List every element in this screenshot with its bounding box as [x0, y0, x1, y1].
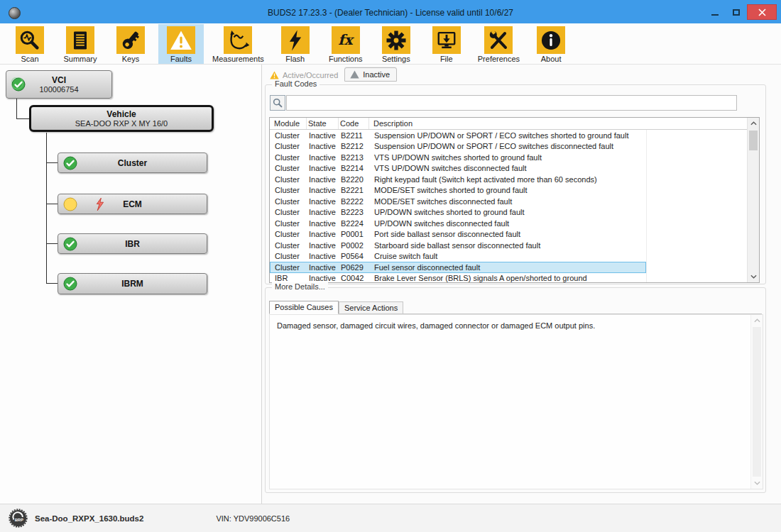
tree-connector	[46, 133, 47, 284]
table-row[interactable]: Cluster Inactive B2221 MODE/SET switches…	[270, 185, 747, 196]
table-row[interactable]: IBR Inactive C0042 Brake Lever Sensor (B…	[270, 273, 747, 283]
svg-text:BRP: BRP	[15, 518, 23, 522]
svg-text:fx: fx	[338, 31, 355, 48]
status-ok-icon	[63, 237, 77, 251]
minimize-button[interactable]	[704, 4, 726, 20]
toolbar-button-keys[interactable]: Keys	[108, 24, 153, 64]
settings-icon	[382, 26, 410, 54]
status-bar: BRP Sea-Doo_RXPX_1630.buds2 VIN: YDV9900…	[0, 504, 781, 532]
fault-search-input[interactable]	[286, 95, 737, 111]
scan-icon	[16, 26, 44, 54]
tree-connector	[16, 118, 29, 119]
toolbar-button-functions[interactable]: fx Functions	[323, 24, 368, 64]
tree-node-cluster[interactable]: Cluster	[58, 153, 207, 173]
scroll-thumb[interactable]	[749, 131, 758, 150]
fault-search-row	[270, 95, 737, 111]
close-button[interactable]	[747, 4, 777, 20]
preferences-icon	[484, 26, 513, 54]
more-details-group: More Details... Possible Causes Service …	[265, 287, 766, 493]
tree-node-vci[interactable]: VCI 100006754	[6, 70, 112, 99]
tree-node-ibr[interactable]: IBR	[58, 233, 207, 254]
fault-table-body: Cluster Inactive B2211 Suspension UP/DOW…	[270, 130, 747, 282]
window-controls	[704, 4, 777, 20]
title-bar: BUDS2 17.23.3 - (Dealer Technician) - Li…	[0, 0, 781, 23]
search-icon	[273, 98, 283, 108]
table-row[interactable]: Cluster Inactive B2224 UP/DOWN switches …	[270, 218, 747, 229]
fault-codes-group: Fault Codes Module State Code Descriptio…	[265, 84, 766, 284]
table-row[interactable]: Cluster Inactive P0564 Cruise switch fau…	[270, 251, 747, 262]
status-ok-icon	[63, 156, 77, 170]
status-ok-icon	[11, 77, 26, 92]
toolbar-button-file[interactable]: File	[424, 24, 469, 64]
toolbar-button-measurements[interactable]: Measurements	[209, 24, 268, 64]
flash-icon	[281, 26, 310, 54]
maximize-button[interactable]	[726, 4, 747, 20]
possible-causes-text: Damaged sensor, damaged circuit wires, d…	[270, 315, 763, 336]
table-row[interactable]: Cluster Inactive B2222 MODE/SET switches…	[270, 196, 747, 207]
vin-label: VIN: YDV99006C516	[216, 514, 290, 523]
toolbar-button-about[interactable]: About	[528, 24, 574, 64]
table-row[interactable]: Cluster Inactive B2212 Suspension UP/DOW…	[270, 141, 747, 153]
toolbar-button-summary[interactable]: Summary	[58, 24, 103, 64]
details-content: Damaged sensor, damaged circuit wires, d…	[269, 314, 763, 489]
inactive-triangle-icon	[350, 70, 359, 79]
toolbar-button-faults[interactable]: Faults	[158, 24, 204, 64]
scroll-down-icon[interactable]	[751, 477, 763, 489]
tab-possible-causes[interactable]: Possible Causes	[269, 301, 339, 314]
app-logo-icon	[9, 7, 21, 19]
tree-connector	[46, 162, 58, 163]
details-tabs: Possible Causes Service Actions	[269, 301, 762, 314]
search-button[interactable]	[270, 95, 285, 111]
toolbar: Scan Summary Keys Faults Measurements	[0, 23, 781, 65]
tree-connector	[46, 204, 58, 204]
tab-inactive[interactable]: Inactive	[344, 67, 397, 82]
scroll-up-icon[interactable]	[751, 315, 763, 326]
toolbar-button-scan[interactable]: Scan	[7, 24, 53, 64]
tree-connector	[16, 99, 17, 119]
more-details-group-title: More Details...	[272, 282, 328, 291]
toolbar-button-settings[interactable]: Settings	[373, 24, 419, 64]
table-row[interactable]: Cluster Inactive B2214 VTS UP/DOWN switc…	[270, 163, 747, 174]
table-row[interactable]: Cluster Inactive B2223 UP/DOWN switches …	[270, 207, 747, 218]
app-window: BUDS2 17.23.3 - (Dealer Technician) - Li…	[0, 0, 781, 532]
table-row[interactable]: Cluster Inactive B2211 Suspension UP/DOW…	[270, 130, 747, 141]
tree-node-vehicle[interactable]: Vehicle SEA-DOO RXP X MY 16/0	[29, 105, 214, 132]
measurements-icon	[224, 26, 252, 54]
keys-icon	[116, 26, 145, 54]
about-icon	[537, 26, 565, 54]
close-icon	[758, 9, 766, 16]
session-file-name: Sea-Doo_RXPX_1630.buds2	[35, 514, 143, 523]
table-row[interactable]: Cluster Inactive P0629 Fuel sensor disco…	[270, 262, 747, 273]
fault-table-header[interactable]: Module State Code Description	[270, 118, 747, 130]
fault-table: Module State Code Description Cluster	[269, 117, 760, 283]
brp-logo-icon: BRP	[9, 509, 28, 528]
table-row[interactable]: Cluster Inactive P0001 Port side ballast…	[270, 229, 747, 240]
details-scrollbar[interactable]	[750, 315, 763, 489]
toolbar-button-flash[interactable]: Flash	[273, 24, 318, 64]
tab-service-actions[interactable]: Service Actions	[339, 301, 403, 314]
scroll-down-icon[interactable]	[748, 271, 759, 282]
table-row[interactable]: Cluster Inactive P0002 Starboard side ba…	[270, 240, 747, 251]
fault-table-scrollbar[interactable]	[747, 118, 759, 282]
tree-node-ecm[interactable]: ECM	[58, 194, 207, 214]
file-icon	[432, 26, 461, 54]
faults-panel: Active/Occurred Inactive Fault Codes	[262, 65, 781, 504]
status-warning-icon	[63, 197, 77, 211]
window-title: BUDS2 17.23.3 - (Dealer Technician) - Li…	[0, 6, 781, 18]
status-ok-icon	[63, 277, 77, 291]
faults-icon	[167, 26, 195, 54]
scroll-thumb[interactable]	[753, 327, 761, 477]
warning-triangle-icon	[270, 71, 279, 79]
fault-bolt-icon	[95, 197, 104, 211]
scroll-up-icon[interactable]	[748, 118, 759, 129]
table-row[interactable]: Cluster Inactive B2213 VTS UP/DOWN switc…	[270, 152, 747, 163]
vehicle-tree-panel: VCI 100006754 Vehicle SEA-DOO RXP X MY 1…	[0, 65, 262, 504]
tree-connector	[46, 243, 58, 244]
toolbar-button-preferences[interactable]: Preferences	[474, 24, 523, 64]
tree-node-ibrm[interactable]: IBRM	[58, 273, 207, 294]
summary-icon	[66, 26, 94, 54]
fault-codes-group-title: Fault Codes	[272, 79, 320, 88]
main-area: VCI 100006754 Vehicle SEA-DOO RXP X MY 1…	[0, 65, 781, 504]
tree-connector	[46, 283, 58, 284]
table-row[interactable]: Cluster Inactive B2220 Right keypad faul…	[270, 174, 747, 185]
